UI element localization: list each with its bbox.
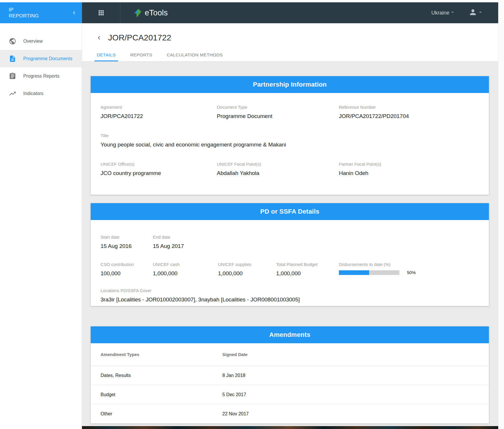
sidebar-item-progress-reports[interactable]: Progress Reports <box>0 67 82 85</box>
main-content: JOR/PCA201722 DETAILS REPORTS CALCULATIO… <box>82 23 498 429</box>
country-selector[interactable]: Ukraine <box>431 9 456 17</box>
globe-icon <box>9 37 16 45</box>
amendments-table-header: Amendment Types Signed Date <box>91 343 489 366</box>
sidebar-collapse-button[interactable] <box>71 10 77 16</box>
disbursements-progress-bar <box>339 270 399 275</box>
document-icon <box>9 55 16 62</box>
card-spacer <box>91 195 498 203</box>
back-chevron-icon <box>95 34 103 42</box>
signed-date-cell: 8 Jan 2018 <box>222 373 479 378</box>
etools-logo-icon <box>133 8 143 18</box>
field-document-type: Document Type Programme Document <box>217 105 339 120</box>
field-locations: Locations PD/SSFA Cover 3ra3ir [Localiti… <box>101 288 479 303</box>
sidebar-item-programme-documents[interactable]: Programme Documents <box>0 50 82 67</box>
back-button[interactable] <box>95 34 103 42</box>
field-reference-number: Reference Number JOR/PCA201722/PD201704 <box>339 105 479 120</box>
pd-ssfa-details-card: PD or SSFA Details Start date 15 Aug 201… <box>91 203 489 306</box>
field-unicef-cash: UNICEF cash 1,000,000 <box>153 262 218 277</box>
field-label: Partner Focal Point(s) <box>339 162 479 167</box>
disbursements-progress-fill <box>339 270 369 275</box>
field-label: UNICEF supplies <box>218 262 276 267</box>
column-header-amendment-types: Amendment Types <box>101 352 222 357</box>
field-label: CSO contribution <box>101 262 153 267</box>
scrollbar[interactable] <box>498 0 504 429</box>
field-value: 15 Aug 2016 <box>101 243 153 250</box>
partnership-information-card: Partnership Information Agreement JOR/PC… <box>91 76 489 195</box>
table-row: Budget 5 Dec 2017 <box>91 385 489 404</box>
sidebar-item-label: Indicators <box>23 91 43 96</box>
field-agreement: Agreement JOR/PCA201722 <box>101 105 217 120</box>
amendment-type-cell: Other <box>101 411 222 417</box>
sidebar-item-label: Overview <box>23 39 43 44</box>
apps-grid-icon <box>97 9 105 17</box>
field-end-date: End date 15 Aug 2017 <box>153 235 218 250</box>
module-title: IP REPORTING <box>0 7 71 19</box>
field-start-date: Start date 15 Aug 2016 <box>101 235 153 250</box>
field-label: End date <box>153 235 218 240</box>
table-row: Dates, Results 8 Jan 2018 <box>91 366 489 385</box>
tab-details[interactable]: DETAILS <box>94 48 118 61</box>
etools-logo[interactable]: eTools <box>133 8 168 18</box>
field-unicef-supplies: UNICEF supplies 1,000,000 <box>218 262 276 277</box>
brand-name: eTools <box>145 8 168 17</box>
field-cso-contribution: CSO contribution 100,000 <box>101 262 153 277</box>
tab-bar: DETAILS REPORTS CALCULATION METHODS <box>94 48 235 61</box>
topbar-divider <box>120 2 120 23</box>
app-screen: IP REPORTING eTools Ukraine <box>0 0 504 429</box>
amendments-card-title: Amendments <box>91 326 489 343</box>
field-disbursements: Disbursements to date (%) 50% <box>339 262 479 277</box>
sidebar-item-indicators[interactable]: Indicators <box>0 85 82 102</box>
field-value: JOR/PCA201722 <box>101 113 217 120</box>
sidebar-nav: Overview Programme Documents Progress Re… <box>0 23 82 429</box>
country-name: Ukraine <box>431 10 449 16</box>
field-value: Hanin Odeh <box>339 170 479 177</box>
field-label: UNICEF Office(s) <box>101 162 217 167</box>
field-value: 1,000,000 <box>153 270 218 277</box>
signed-date-cell: 5 Dec 2017 <box>222 392 479 397</box>
column-header-signed-date: Signed Date <box>222 352 479 357</box>
top-edge-strip <box>0 0 504 2</box>
amendment-type-cell: Budget <box>101 392 222 397</box>
field-value: Programme Document <box>217 113 339 120</box>
user-menu[interactable] <box>469 8 484 18</box>
page-title: JOR/PCA201722 <box>108 33 171 42</box>
user-menu-caret-icon <box>477 9 484 17</box>
user-avatar-icon <box>469 8 477 18</box>
field-label: Locations PD/SSFA Cover <box>101 288 479 293</box>
field-label: UNICEF Focal Point(s) <box>217 162 339 167</box>
field-label: Disbursements to date (%) <box>339 262 479 267</box>
field-value: JOR/PCA201722/PD201704 <box>339 113 479 120</box>
field-value: 1,000,000 <box>276 270 339 277</box>
pd-ssfa-card-title: PD or SSFA Details <box>91 203 489 220</box>
page-header: JOR/PCA201722 DETAILS REPORTS CALCULATIO… <box>82 23 498 62</box>
field-label: Title <box>101 133 479 138</box>
sidebar-item-overview[interactable]: Overview <box>0 33 82 50</box>
field-total-planned-budget: Total Planned Budget 1,000,000 <box>276 262 339 277</box>
apps-grid-button[interactable] <box>82 2 120 23</box>
tab-calculation-methods[interactable]: CALCULATION METHODS <box>165 48 225 61</box>
field-value: JCO country programme <box>101 170 217 177</box>
chevron-left-icon <box>71 10 77 16</box>
table-row: Other 22 Nov 2017 <box>91 404 489 423</box>
field-label: Reference Number <box>339 105 479 110</box>
field-value: Young people social, civic and economic … <box>101 141 479 148</box>
amendment-type-cell: Dates, Results <box>101 373 222 378</box>
field-value: 3ra3ir [Localities - JOR010002003007], 3… <box>101 296 479 303</box>
field-title: Title Young people social, civic and eco… <box>101 133 479 148</box>
field-label: Document Type <box>217 105 339 110</box>
card-spacer <box>91 306 498 326</box>
field-label: Agreement <box>101 105 217 110</box>
country-caret-icon <box>449 9 456 17</box>
field-unicef-focal-points: UNICEF Focal Point(s) Abdallah Yakhola <box>217 162 339 177</box>
field-unicef-offices: UNICEF Office(s) JCO country programme <box>101 162 217 177</box>
field-partner-focal-points: Partner Focal Point(s) Hanin Odeh <box>339 162 479 177</box>
field-value: 15 Aug 2017 <box>153 243 218 250</box>
sidebar-item-label: Progress Reports <box>23 74 60 79</box>
top-app-bar: eTools Ukraine <box>82 2 498 23</box>
disbursements-percent: 50% <box>407 270 416 275</box>
tab-reports[interactable]: REPORTS <box>128 48 155 61</box>
sidebar-item-label: Programme Documents <box>23 56 72 61</box>
module-title-line2: REPORTING <box>9 13 71 19</box>
field-label: UNICEF cash <box>153 262 218 267</box>
field-value: 1,000,000 <box>218 270 276 277</box>
